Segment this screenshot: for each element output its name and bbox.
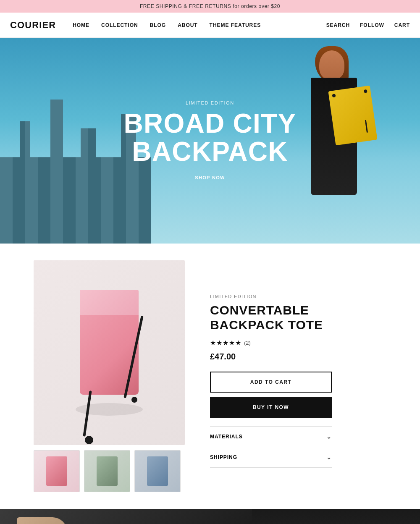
hero-section: LIMITED EDITION BROAD CITY BACKPACK SHOP… — [0, 38, 420, 244]
nav-theme-features[interactable]: THEME FEATURES — [210, 22, 261, 28]
shipping-chevron-icon: ⌄ — [326, 454, 332, 461]
hero-content: LIMITED EDITION BROAD CITY BACKPACK SHOP… — [123, 100, 296, 181]
hero-title-line2: BACKPACK — [132, 136, 288, 167]
nav-home[interactable]: HOME — [73, 22, 89, 28]
main-nav: HOME COLLECTION BLOG ABOUT THEME FEATURE… — [73, 22, 326, 28]
thumbnail-1[interactable] — [34, 450, 80, 492]
header-right: SEARCH FOLLOW CART — [326, 22, 410, 28]
product-info: LIMITED EDITION CONVERTABLE BACKPACK TOT… — [210, 260, 386, 492]
product-stars: ★★★★★ — [210, 339, 242, 347]
hero-badge: LIMITED EDITION — [123, 100, 296, 105]
product-badge: LIMITED EDITION — [210, 294, 386, 299]
nav-collection[interactable]: COLLECTION — [101, 22, 138, 28]
announcement-bar: FREE SHIPPING & FREE RETURNS for orders … — [0, 0, 420, 13]
review-count: (2) — [244, 340, 251, 346]
materials-accordion: MATERIALS ⌄ — [210, 426, 332, 447]
backpack-illustration — [67, 290, 151, 416]
announcement-text: FREE SHIPPING & FREE RETURNS for orders … — [140, 3, 280, 9]
product-main-image — [34, 260, 185, 445]
search-link[interactable]: SEARCH — [326, 22, 350, 28]
product-title: CONVERTABLE BACKPACK TOTE — [210, 303, 386, 332]
shipping-label: SHIPPING — [210, 454, 237, 460]
site-logo[interactable]: COURIER — [10, 20, 56, 31]
backpack-knot — [85, 436, 93, 444]
nav-blog[interactable]: BLOG — [150, 22, 166, 28]
backpack-clasp — [131, 397, 137, 403]
bottom-section: FUNCTION — [0, 509, 420, 524]
hero-title-line1: BROAD CITY — [123, 108, 296, 139]
follow-link[interactable]: FOLLOW — [360, 22, 384, 28]
materials-label: MATERIALS — [210, 434, 243, 440]
buy-now-button[interactable]: BUY IT NOW — [210, 397, 332, 418]
product-price: £47.00 — [210, 352, 386, 362]
thumb-bag-2 — [97, 456, 118, 486]
backpack-top — [80, 290, 139, 315]
shipping-accordion-header[interactable]: SHIPPING ⌄ — [210, 447, 332, 467]
product-section: LIMITED EDITION CONVERTABLE BACKPACK TOT… — [0, 244, 420, 509]
thumbnail-3[interactable] — [134, 450, 181, 492]
hero-title: BROAD CITY BACKPACK — [123, 110, 296, 166]
nav-about[interactable]: ABOUT — [178, 22, 197, 28]
materials-chevron-icon: ⌄ — [326, 433, 332, 440]
hero-shop-link[interactable]: SHOP NOW — [195, 175, 225, 180]
product-thumbnails — [34, 450, 185, 492]
site-header: COURIER HOME COLLECTION BLOG ABOUT THEME… — [0, 13, 420, 38]
shipping-accordion: SHIPPING ⌄ — [210, 447, 332, 468]
product-rating: ★★★★★ (2) — [210, 339, 386, 347]
thumbnail-2[interactable] — [84, 450, 130, 492]
thumb-bag-3 — [147, 456, 168, 486]
thumb-bag-1 — [46, 456, 67, 486]
materials-accordion-header[interactable]: MATERIALS ⌄ — [210, 427, 332, 447]
add-to-cart-button[interactable]: ADD TO CART — [210, 372, 332, 393]
product-images — [34, 260, 185, 492]
cart-link[interactable]: CART — [394, 22, 410, 28]
backpack-body — [80, 302, 139, 395]
